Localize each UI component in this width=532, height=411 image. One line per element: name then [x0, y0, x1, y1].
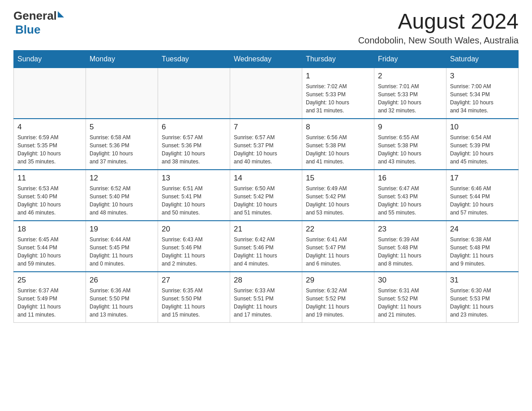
day-number: 26 [90, 276, 154, 285]
day-number: 17 [450, 174, 515, 183]
page-header: General Blue August 2024 Condobolin, New… [13, 9, 519, 46]
calendar-day-cell: 24Sunrise: 6:38 AM Sunset: 5:48 PM Dayli… [446, 221, 519, 272]
calendar-day-cell: 3Sunrise: 7:00 AM Sunset: 5:34 PM Daylig… [446, 68, 519, 119]
day-number: 25 [17, 276, 82, 285]
page-subtitle: Condobolin, New South Wales, Australia [358, 35, 519, 46]
day-info: Sunrise: 6:52 AM Sunset: 5:40 PM Dayligh… [90, 184, 154, 217]
calendar-day-cell: 6Sunrise: 6:57 AM Sunset: 5:36 PM Daylig… [158, 119, 230, 170]
logo-triangle-icon [58, 11, 64, 17]
calendar-day-cell: 26Sunrise: 6:36 AM Sunset: 5:50 PM Dayli… [86, 272, 158, 323]
calendar-day-cell: 29Sunrise: 6:32 AM Sunset: 5:52 PM Dayli… [302, 272, 374, 323]
day-info: Sunrise: 6:43 AM Sunset: 5:46 PM Dayligh… [162, 235, 226, 268]
calendar-header-tuesday: Tuesday [158, 51, 230, 68]
day-number: 10 [450, 123, 515, 132]
day-info: Sunrise: 6:56 AM Sunset: 5:38 PM Dayligh… [306, 133, 370, 166]
calendar-day-cell: 15Sunrise: 6:49 AM Sunset: 5:42 PM Dayli… [302, 170, 374, 221]
logo-blue: Blue [15, 23, 40, 37]
day-info: Sunrise: 6:31 AM Sunset: 5:52 PM Dayligh… [378, 287, 442, 319]
calendar-day-cell [14, 68, 86, 119]
calendar-day-cell: 17Sunrise: 6:46 AM Sunset: 5:44 PM Dayli… [446, 170, 519, 221]
calendar-day-cell: 21Sunrise: 6:42 AM Sunset: 5:46 PM Dayli… [230, 221, 302, 272]
calendar-day-cell: 19Sunrise: 6:44 AM Sunset: 5:45 PM Dayli… [86, 221, 158, 272]
calendar-day-cell: 4Sunrise: 6:59 AM Sunset: 5:35 PM Daylig… [14, 119, 86, 170]
day-info: Sunrise: 6:37 AM Sunset: 5:49 PM Dayligh… [17, 287, 82, 319]
day-number: 15 [306, 174, 370, 183]
day-number: 22 [306, 225, 370, 234]
day-info: Sunrise: 6:54 AM Sunset: 5:39 PM Dayligh… [450, 133, 515, 166]
day-number: 12 [90, 174, 154, 183]
day-info: Sunrise: 7:01 AM Sunset: 5:33 PM Dayligh… [378, 82, 442, 115]
day-number: 7 [234, 123, 298, 132]
day-info: Sunrise: 6:47 AM Sunset: 5:43 PM Dayligh… [378, 184, 442, 217]
day-number: 28 [234, 276, 298, 285]
calendar-day-cell: 20Sunrise: 6:43 AM Sunset: 5:46 PM Dayli… [158, 221, 230, 272]
day-number: 30 [378, 276, 442, 285]
calendar-header-wednesday: Wednesday [230, 51, 302, 68]
day-number: 1 [306, 72, 370, 81]
calendar-day-cell: 25Sunrise: 6:37 AM Sunset: 5:49 PM Dayli… [14, 272, 86, 323]
calendar-week-row: 1Sunrise: 7:02 AM Sunset: 5:33 PM Daylig… [14, 68, 519, 119]
day-info: Sunrise: 6:36 AM Sunset: 5:50 PM Dayligh… [90, 287, 154, 319]
calendar-week-row: 18Sunrise: 6:45 AM Sunset: 5:44 PM Dayli… [14, 221, 519, 272]
day-number: 9 [378, 123, 442, 132]
day-number: 4 [17, 123, 82, 132]
day-number: 2 [378, 72, 442, 81]
day-info: Sunrise: 6:51 AM Sunset: 5:41 PM Dayligh… [162, 184, 226, 217]
day-number: 19 [90, 225, 154, 234]
day-info: Sunrise: 6:53 AM Sunset: 5:40 PM Dayligh… [17, 184, 82, 217]
day-number: 23 [378, 225, 442, 234]
day-info: Sunrise: 6:30 AM Sunset: 5:53 PM Dayligh… [450, 287, 515, 319]
calendar-header-row: SundayMondayTuesdayWednesdayThursdayFrid… [14, 51, 519, 68]
logo: General Blue [13, 9, 64, 37]
day-info: Sunrise: 6:41 AM Sunset: 5:47 PM Dayligh… [306, 235, 370, 268]
calendar-week-row: 11Sunrise: 6:53 AM Sunset: 5:40 PM Dayli… [14, 170, 519, 221]
day-info: Sunrise: 6:33 AM Sunset: 5:51 PM Dayligh… [234, 287, 298, 319]
day-info: Sunrise: 6:38 AM Sunset: 5:48 PM Dayligh… [450, 235, 515, 268]
day-number: 5 [90, 123, 154, 132]
calendar-header-sunday: Sunday [14, 51, 86, 68]
calendar-day-cell: 8Sunrise: 6:56 AM Sunset: 5:38 PM Daylig… [302, 119, 374, 170]
calendar-day-cell: 1Sunrise: 7:02 AM Sunset: 5:33 PM Daylig… [302, 68, 374, 119]
day-info: Sunrise: 7:00 AM Sunset: 5:34 PM Dayligh… [450, 82, 515, 115]
calendar-day-cell: 10Sunrise: 6:54 AM Sunset: 5:39 PM Dayli… [446, 119, 519, 170]
day-info: Sunrise: 6:55 AM Sunset: 5:38 PM Dayligh… [378, 133, 442, 166]
day-number: 14 [234, 174, 298, 183]
day-info: Sunrise: 6:44 AM Sunset: 5:45 PM Dayligh… [90, 235, 154, 268]
calendar-header-saturday: Saturday [446, 51, 519, 68]
day-number: 21 [234, 225, 298, 234]
calendar-day-cell: 2Sunrise: 7:01 AM Sunset: 5:33 PM Daylig… [374, 68, 446, 119]
calendar-day-cell: 27Sunrise: 6:35 AM Sunset: 5:50 PM Dayli… [158, 272, 230, 323]
calendar-week-row: 4Sunrise: 6:59 AM Sunset: 5:35 PM Daylig… [14, 119, 519, 170]
calendar-day-cell: 12Sunrise: 6:52 AM Sunset: 5:40 PM Dayli… [86, 170, 158, 221]
day-info: Sunrise: 6:32 AM Sunset: 5:52 PM Dayligh… [306, 287, 370, 319]
day-number: 11 [17, 174, 82, 183]
calendar-day-cell: 31Sunrise: 6:30 AM Sunset: 5:53 PM Dayli… [446, 272, 519, 323]
calendar-day-cell: 7Sunrise: 6:57 AM Sunset: 5:37 PM Daylig… [230, 119, 302, 170]
calendar-day-cell: 14Sunrise: 6:50 AM Sunset: 5:42 PM Dayli… [230, 170, 302, 221]
calendar-day-cell [230, 68, 302, 119]
day-info: Sunrise: 6:49 AM Sunset: 5:42 PM Dayligh… [306, 184, 370, 217]
calendar-header-monday: Monday [86, 51, 158, 68]
calendar-day-cell: 13Sunrise: 6:51 AM Sunset: 5:41 PM Dayli… [158, 170, 230, 221]
day-number: 6 [162, 123, 226, 132]
day-info: Sunrise: 6:42 AM Sunset: 5:46 PM Dayligh… [234, 235, 298, 268]
day-info: Sunrise: 6:50 AM Sunset: 5:42 PM Dayligh… [234, 184, 298, 217]
calendar-day-cell: 22Sunrise: 6:41 AM Sunset: 5:47 PM Dayli… [302, 221, 374, 272]
calendar-week-row: 25Sunrise: 6:37 AM Sunset: 5:49 PM Dayli… [14, 272, 519, 323]
logo-general: General [13, 9, 57, 23]
calendar-table: SundayMondayTuesdayWednesdayThursdayFrid… [13, 50, 519, 323]
day-number: 27 [162, 276, 226, 285]
day-number: 18 [17, 225, 82, 234]
day-info: Sunrise: 6:58 AM Sunset: 5:36 PM Dayligh… [90, 133, 154, 166]
day-info: Sunrise: 6:57 AM Sunset: 5:36 PM Dayligh… [162, 133, 226, 166]
day-number: 8 [306, 123, 370, 132]
day-info: Sunrise: 6:59 AM Sunset: 5:35 PM Dayligh… [17, 133, 82, 166]
calendar-day-cell: 30Sunrise: 6:31 AM Sunset: 5:52 PM Dayli… [374, 272, 446, 323]
calendar-day-cell: 5Sunrise: 6:58 AM Sunset: 5:36 PM Daylig… [86, 119, 158, 170]
day-info: Sunrise: 6:45 AM Sunset: 5:44 PM Dayligh… [17, 235, 82, 268]
day-info: Sunrise: 6:39 AM Sunset: 5:48 PM Dayligh… [378, 235, 442, 268]
calendar-day-cell [158, 68, 230, 119]
day-info: Sunrise: 7:02 AM Sunset: 5:33 PM Dayligh… [306, 82, 370, 115]
calendar-day-cell: 9Sunrise: 6:55 AM Sunset: 5:38 PM Daylig… [374, 119, 446, 170]
calendar-day-cell: 11Sunrise: 6:53 AM Sunset: 5:40 PM Dayli… [14, 170, 86, 221]
